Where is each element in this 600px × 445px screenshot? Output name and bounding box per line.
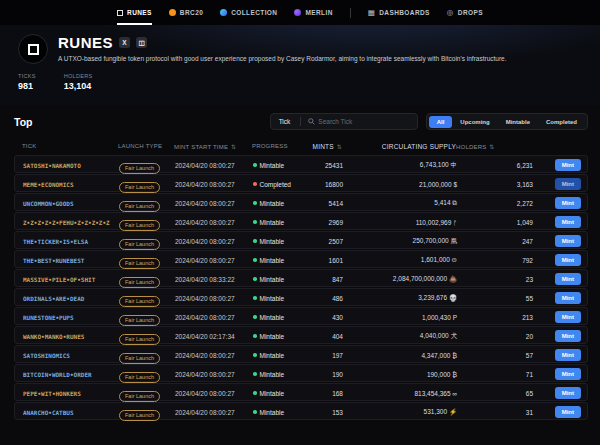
mint-button[interactable]: Mint [555,159,581,171]
tick-name[interactable]: Z•Z•Z•Z•Z•FEHU•Z•Z•Z•Z•Z [23,219,119,226]
tick-name[interactable]: MEME•ECONOMICS [23,181,119,188]
progress-label: Mintable [260,352,285,359]
search-category-select[interactable]: Tick [271,118,301,125]
holders-value: 213 [457,314,533,321]
progress-label: Mintable [260,295,285,302]
table-row[interactable]: MEME•ECONOMICS Fair Launch 2024/04/20 08… [14,174,588,192]
mint-button[interactable]: Mint [555,178,581,190]
progress-dot-icon [253,315,257,319]
progress-dot-icon [253,334,257,338]
table-row[interactable]: SATOSHINOMICS Fair Launch 2024/04/20 08:… [14,345,588,363]
table-row[interactable]: BITCOIN•WORLD•ORDER Fair Launch 2024/04/… [14,364,588,382]
table-header: TICK LAUNCH TYPE MINT START TIME ⇅ PROGR… [14,138,588,154]
mint-button[interactable]: Mint [555,368,581,380]
tick-name[interactable]: BITCOIN•WORLD•ORDER [23,371,119,378]
launch-type-badge: Fair Launch [119,372,160,383]
mint-start-time: 2024/04/20 08:00:27 [175,371,253,378]
table-row[interactable]: ANARCHO•CATBUS Fair Launch 2024/04/20 08… [14,402,588,420]
launch-type-badge: Fair Launch [119,315,160,326]
tick-name[interactable]: ORDINALS•ARE•DEAD [23,295,119,302]
mint-button[interactable]: Mint [555,235,581,247]
nav-item-merlin[interactable]: MERLIN [294,0,332,25]
nav-item-drops[interactable]: ◎ DROPS [447,0,483,25]
mint-button[interactable]: Mint [555,254,581,266]
progress-cell: Mintable [253,219,309,226]
circulating-supply-value: 5,414 ⧉ [343,199,457,207]
mint-start-time: 2024/04/20 08:00:27 [175,352,253,359]
tab-all[interactable]: All [429,116,453,128]
tick-name[interactable]: THE•TICKER•IS•ELSA [23,238,119,245]
mint-button[interactable]: Mint [555,311,581,323]
table-row[interactable]: Z•Z•Z•Z•Z•FEHU•Z•Z•Z•Z•Z Fair Launch 202… [14,212,588,230]
mint-button[interactable]: Mint [555,197,581,209]
tick-name[interactable]: RUNESTONE•PUPS [23,314,119,321]
mint-button[interactable]: Mint [555,216,581,228]
column-progress: PROGRESS [252,143,308,149]
mint-button[interactable]: Mint [555,292,581,304]
drops-icon: ◎ [447,8,454,17]
brc20-icon [169,9,176,16]
mint-button[interactable]: Mint [555,387,581,399]
table-row[interactable]: UNCOMMON•GOODS Fair Launch 2024/04/20 08… [14,193,588,211]
launch-type-badge: Fair Launch [119,239,160,250]
sort-icon[interactable]: ⇅ [231,144,236,150]
tick-name[interactable]: MASSIVE•PILE•OF•SHIT [23,276,119,283]
twitter-x-button[interactable]: X [119,37,130,48]
circulating-supply-value: 6,743,100 中 [343,161,457,170]
tab-completed[interactable]: Completed [538,116,585,128]
mint-start-time: 2024/04/20 08:00:27 [175,238,253,245]
launch-type-badge: Fair Launch [119,277,160,288]
mints-value: 847 [309,276,343,283]
column-holders: HOLDERS ⇅ [456,143,532,150]
tick-name[interactable]: ANARCHO•CATBUS [23,409,119,416]
tick-name[interactable]: WANKO•MANKO•RUNES [23,333,119,340]
circulating-supply-value: 4,347,000 ₿ [343,352,457,359]
tab-upcoming[interactable]: Upcoming [452,116,497,128]
launch-type-badge: Fair Launch [119,334,160,345]
table-row[interactable]: PEPE•WIT•HONKERS Fair Launch 2024/04/20 … [14,383,588,401]
tick-name[interactable]: UNCOMMON•GOODS [23,200,119,207]
sort-icon[interactable]: ⇅ [489,144,494,150]
progress-cell: Mintable [253,314,309,321]
docs-book-button[interactable]: ◫ [136,37,147,48]
search-divider [300,117,301,126]
progress-cell: Mintable [253,238,309,245]
progress-dot-icon [253,201,257,205]
tick-name[interactable]: SATOSHINOMICS [23,352,119,359]
progress-cell: Mintable [253,200,309,207]
mint-button[interactable]: Mint [555,406,581,418]
mints-value: 5414 [309,200,343,207]
nav-item-runes[interactable]: RUNES [117,0,152,25]
mint-button[interactable]: Mint [555,349,581,361]
progress-dot-icon [253,391,257,395]
nav-item-dashboards[interactable]: ▦ DASHBOARDS [368,0,430,25]
progress-cell: Mintable [253,295,309,302]
search-input[interactable] [318,118,396,125]
nav-item-brc20[interactable]: BRC20 [169,0,203,25]
page-title: RUNES [58,34,113,51]
table-row[interactable]: ORDINALS•ARE•DEAD Fair Launch 2024/04/20… [14,288,588,306]
mint-start-time: 2024/04/20 08:00:27 [175,409,253,416]
tab-mintable[interactable]: Mintable [498,116,538,128]
tick-name[interactable]: SATOSHI•NAKAMOTO [23,162,119,169]
mint-button[interactable]: Mint [555,273,581,285]
table-row[interactable]: THE•BEST•RUNEBEST Fair Launch 2024/04/20… [14,250,588,268]
progress-label: Mintable [260,409,285,416]
mint-start-time: 2024/04/20 08:00:27 [175,162,253,169]
mints-value: 1601 [309,257,343,264]
mints-value: 25431 [309,162,343,169]
mint-start-time: 2024/04/20 02:17:34 [175,333,253,340]
progress-cell: Mintable [253,257,309,264]
table-row[interactable]: WANKO•MANKO•RUNES Fair Launch 2024/04/20… [14,326,588,344]
table-row[interactable]: THE•TICKER•IS•ELSA Fair Launch 2024/04/2… [14,231,588,249]
table-row[interactable]: MASSIVE•PILE•OF•SHIT Fair Launch 2024/04… [14,269,588,287]
tick-name[interactable]: PEPE•WIT•HONKERS [23,390,119,397]
mint-button[interactable]: Mint [555,330,581,342]
launch-type-badge: Fair Launch [119,353,160,364]
progress-label: Mintable [260,390,285,397]
tick-name[interactable]: THE•BEST•RUNEBEST [23,257,119,264]
progress-cell: Mintable [253,276,309,283]
nav-item-collection[interactable]: COLLECTION [220,0,277,25]
table-row[interactable]: RUNESTONE•PUPS Fair Launch 2024/04/20 08… [14,307,588,325]
table-row[interactable]: SATOSHI•NAKAMOTO Fair Launch 2024/04/20 … [14,155,588,173]
